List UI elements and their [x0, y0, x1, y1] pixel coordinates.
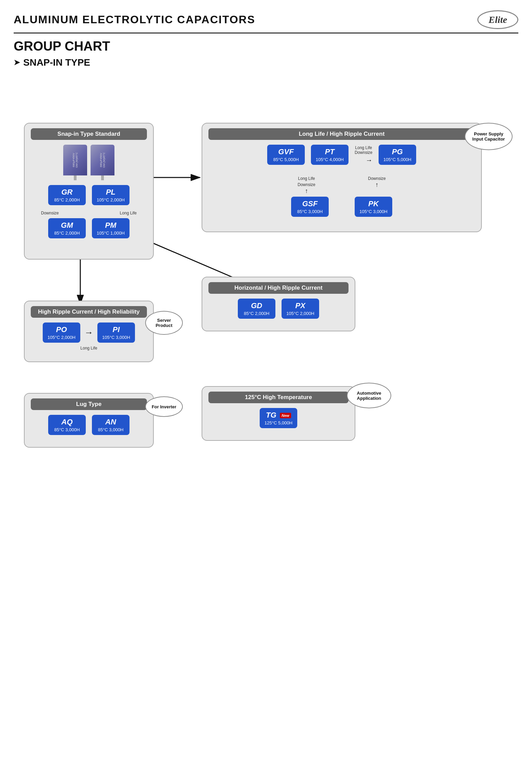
product-an[interactable]: AN 85°C 3,000H	[92, 415, 129, 435]
gd-px-row: GD 85°C 2,000H PX 105°C 2,000H	[208, 299, 349, 319]
product-gvf[interactable]: GVF 85°C 5,000H	[267, 145, 305, 165]
po-to-pi-arrow: →	[84, 327, 93, 338]
cap-image-2: 680μF450VGM (M)85°C	[91, 145, 114, 175]
gm-pm-row: GM 85°C 2,000H PM 105°C 1,000H	[31, 218, 147, 238]
product-px[interactable]: PX 105°C 2,000H	[282, 299, 319, 319]
product-pk[interactable]: PK 105°C 3,000H	[355, 197, 392, 217]
snapin-standard-header: Snap-in Type Standard	[31, 128, 147, 140]
high-ripple-box: High Ripple Current / High Reliability P…	[24, 301, 154, 362]
product-pl[interactable]: PL 105°C 2,000H	[92, 185, 129, 205]
snapin-standard-box: Snap-in Type Standard 680μF450VGM (M)85°…	[24, 123, 154, 260]
product-gr[interactable]: GR 85°C 2,000H	[48, 185, 86, 205]
product-pi[interactable]: PI 105°C 3,000H	[97, 322, 135, 343]
capacitor-images: 680μF450VGM (M)85°C 680μF450VGM (M)85°C	[31, 145, 147, 180]
longlife-label-right: Long Life	[120, 211, 137, 215]
gr-pl-row: GR 85°C 2,000H PL 105°C 2,000H	[31, 185, 147, 205]
horizontal-box: Horizontal / High Ripple Current GD 85°C…	[202, 277, 355, 331]
product-pt[interactable]: PT 105°C 4,000H	[311, 145, 349, 165]
automotive-callout: Automotive Application	[347, 383, 391, 408]
long-life-downsize-label: Long LifeDownsize	[355, 145, 372, 155]
product-gm[interactable]: GM 85°C 2,000H	[48, 218, 86, 238]
page-title: GROUP CHART	[14, 39, 518, 54]
tg-row: TG New 125°C 5,000H	[208, 408, 349, 428]
product-pg[interactable]: PG 105°C 5,000H	[379, 145, 416, 165]
product-tg[interactable]: TG New 125°C 5,000H	[260, 408, 297, 428]
page-subtitle: SNAP-IN TYPE	[14, 57, 518, 68]
chart-area: Snap-in Type Standard 680μF450VGM (M)85°…	[14, 78, 516, 694]
for-inverter-callout: For Inverter	[145, 396, 183, 417]
product-aq[interactable]: AQ 85°C 3,000H	[48, 415, 86, 435]
longlife-label-highripple: Long Life	[80, 346, 97, 351]
cap-image-1: 680μF450VGM (M)85°C	[63, 145, 87, 175]
lug-type-box: Lug Type AQ 85°C 3,000H AN 85°C 3,000H	[24, 393, 154, 448]
longlife-downsize-label-bottom: Long LifeDownsize	[298, 176, 315, 187]
high-temp-box: 125°C High Temperature TG New 125°C 5,00…	[202, 386, 355, 441]
lug-type-header: Lug Type	[31, 398, 147, 410]
page-header: ALUMINUM ELECTROLYTIC CAPACITORS Elite	[14, 10, 518, 34]
downsize-label-left: Downsize	[41, 211, 59, 215]
high-temp-header: 125°C High Temperature	[208, 392, 349, 403]
company-logo: Elite	[477, 10, 518, 29]
horizontal-header: Horizontal / High Ripple Current	[208, 282, 349, 294]
header-title: ALUMINUM ELECTROLYTIC CAPACITORS	[14, 13, 255, 26]
aq-an-row: AQ 85°C 3,000H AN 85°C 3,000H	[31, 415, 147, 435]
product-pm[interactable]: PM 105°C 1,000H	[92, 218, 129, 238]
new-badge: New	[280, 413, 291, 418]
product-po[interactable]: PO 105°C 2,000H	[43, 322, 80, 343]
server-product-callout: Server Product	[145, 311, 183, 335]
high-ripple-header: High Ripple Current / High Reliability	[31, 306, 147, 318]
product-gsf[interactable]: GSF 85°C 3,000H	[291, 197, 329, 217]
product-gd[interactable]: GD 85°C 2,000H	[238, 299, 275, 319]
long-life-box: Long Life / High Ripple Current GVF 85°C…	[202, 123, 482, 232]
long-life-header: Long Life / High Ripple Current	[208, 128, 475, 140]
power-supply-callout: Power Supply Input Capacitor	[465, 123, 513, 150]
downsize-label-bottom: Downsize	[368, 176, 386, 181]
